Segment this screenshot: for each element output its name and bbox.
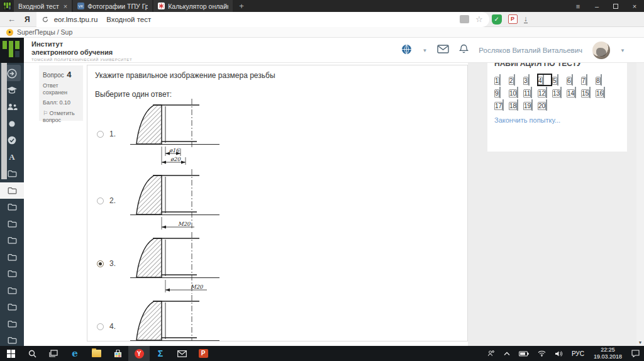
answer-option-3: 3.М20 xyxy=(97,232,460,295)
tab-calculator-online[interactable]: Калькулятор онлайн - Реш xyxy=(153,0,233,12)
tab-photos-tpu[interactable]: VK Фотографии ТПУ Группа 3 xyxy=(73,0,152,12)
vertical-scrollbar[interactable]: ▲ ▼ xyxy=(636,38,644,346)
quiz-nav-button-9[interactable]: 9 xyxy=(494,87,508,98)
bookmark-item[interactable]: SuperПерцы / Sup xyxy=(17,28,72,36)
flag-question-link[interactable]: ⚐ Отметить вопрос xyxy=(43,110,79,125)
search-icon[interactable] xyxy=(21,346,43,361)
powerpoint-icon[interactable]: P xyxy=(192,346,214,361)
dot-icon xyxy=(8,120,16,128)
tab-vkhodnoy-test[interactable]: Входной тест × xyxy=(14,0,72,12)
browser-tab-bar: Входной тест × VK Фотографии ТПУ Группа … xyxy=(0,0,644,12)
user-menu-caret-icon[interactable]: ▼ xyxy=(620,48,625,53)
svg-text:ø20: ø20 xyxy=(170,156,181,162)
finish-attempt-link[interactable]: Закончить попытку... xyxy=(494,116,560,124)
store-icon[interactable] xyxy=(107,346,128,361)
svg-text:М20: М20 xyxy=(178,221,191,227)
quiz-nav-button-10[interactable]: 10 xyxy=(509,87,523,98)
quiz-nav-button-1[interactable]: 1 xyxy=(494,74,508,86)
site-header: Институт электронного обучения ТОМСКИЙ П… xyxy=(0,38,644,63)
language-indicator[interactable]: РУС xyxy=(567,346,589,361)
clock-date: 19.03.2018 xyxy=(594,353,622,360)
quiz-nav-button-4[interactable]: 4 xyxy=(538,74,552,86)
flag-icon: ⚐ xyxy=(43,110,48,116)
back-button[interactable]: ← xyxy=(8,14,16,24)
option-radio-4[interactable] xyxy=(97,323,104,330)
language-globe-icon[interactable] xyxy=(401,44,412,57)
tpu-favicon-icon xyxy=(0,0,14,12)
sidebar-item-folder-9[interactable] xyxy=(0,216,24,232)
language-caret-icon[interactable]: ▼ xyxy=(422,48,427,53)
file-explorer-icon[interactable] xyxy=(86,346,107,361)
notifications-bell-icon[interactable] xyxy=(459,44,469,57)
user-name[interactable]: Росляков Виталий Витальевич xyxy=(479,47,582,54)
thread-drawing-image: М20 xyxy=(124,232,236,295)
quiz-nav-button-11[interactable]: 11 xyxy=(523,87,537,98)
quiz-nav-button-13[interactable]: 13 xyxy=(552,87,566,98)
protect-shield-icon[interactable]: ✓ xyxy=(492,14,502,25)
option-radio-3[interactable] xyxy=(97,260,104,267)
quiz-nav-button-17[interactable]: 17 xyxy=(494,99,508,111)
sidebar-item-folder-14[interactable] xyxy=(0,299,24,315)
messages-envelope-icon[interactable] xyxy=(437,45,449,56)
yandex-logo-icon[interactable]: Я xyxy=(25,15,30,24)
yandex-browser-taskbar-icon[interactable]: Y xyxy=(128,346,150,361)
window-restore-button[interactable] xyxy=(606,3,625,10)
bookmark-star-icon[interactable]: ☆ xyxy=(475,14,483,24)
quiz-nav-button-20[interactable]: 20 xyxy=(538,99,552,111)
window-close-button[interactable]: × xyxy=(625,3,644,10)
scrollbar-thumb[interactable] xyxy=(1,53,7,179)
edge-icon[interactable]: e xyxy=(64,346,86,361)
quiz-nav-button-7[interactable]: 7 xyxy=(581,74,595,86)
address-bar: ← Я eor.lms.tpu.ru Входной тест ☆ ✓ P ↓ xyxy=(0,12,644,27)
show-hidden-icons-chevron[interactable] xyxy=(499,346,514,361)
answer-prompt: Выберите один ответ: xyxy=(95,90,460,99)
answer-status: Ответ сохранен xyxy=(43,82,79,97)
option-radio-2[interactable] xyxy=(97,197,104,204)
option-radio-1[interactable] xyxy=(97,131,104,138)
wifi-icon[interactable] xyxy=(533,346,550,361)
scroll-down-icon[interactable]: ▼ xyxy=(636,340,644,345)
quiz-nav-button-19[interactable]: 19 xyxy=(523,99,537,111)
quiz-nav-button-18[interactable]: 18 xyxy=(509,99,523,111)
new-tab-button[interactable]: + xyxy=(233,0,250,12)
action-center-icon[interactable] xyxy=(627,346,644,361)
volume-icon[interactable] xyxy=(550,346,567,361)
sigma-app-icon[interactable]: Σ xyxy=(150,346,171,361)
tab-close-icon[interactable]: × xyxy=(64,3,67,10)
task-view-icon[interactable] xyxy=(43,346,64,361)
quiz-nav-button-3[interactable]: 3 xyxy=(523,74,537,86)
sidebar-item-folder-13[interactable] xyxy=(0,282,24,299)
url-text[interactable]: eor.lms.tpu.ru xyxy=(54,16,98,23)
start-button[interactable] xyxy=(0,346,21,361)
svg-text:VK: VK xyxy=(79,4,84,8)
sidebar-item-folder-8[interactable] xyxy=(0,199,24,215)
option-label: 3. xyxy=(109,259,118,268)
quiz-nav-button-5[interactable]: 5 xyxy=(552,74,566,86)
user-avatar[interactable] xyxy=(592,42,610,59)
quiz-nav-button-14[interactable]: 14 xyxy=(567,87,580,98)
sidebar-item-folder-10[interactable] xyxy=(0,232,24,248)
sidebar-item-folder-7[interactable] xyxy=(0,182,24,199)
download-icon[interactable]: ↓ xyxy=(524,16,528,23)
quiz-nav-button-12[interactable]: 12 xyxy=(538,87,552,98)
clock[interactable]: 22:25 19.03.2018 xyxy=(589,347,627,360)
sidebar-item-folder-12[interactable] xyxy=(0,265,24,282)
quiz-nav-button-16[interactable]: 16 xyxy=(596,87,609,98)
sidebar-item-folder-11[interactable] xyxy=(0,249,24,265)
quiz-nav-button-6[interactable]: 6 xyxy=(567,74,580,86)
quiz-nav-button-15[interactable]: 15 xyxy=(581,87,595,98)
quiz-nav-button-8[interactable]: 8 xyxy=(596,74,609,86)
graduation-cap-icon xyxy=(6,86,18,94)
quiz-nav-button-2[interactable]: 2 xyxy=(509,74,523,86)
office-extension-icon[interactable]: P xyxy=(508,14,518,24)
tpu-logo[interactable] xyxy=(0,38,24,63)
screenshot-extension-icon[interactable] xyxy=(460,15,469,23)
omnibox[interactable]: eor.lms.tpu.ru Входной тест ☆ xyxy=(36,12,489,27)
people-tray-icon[interactable] xyxy=(483,346,499,361)
sidebar-item-folder-15[interactable] xyxy=(0,316,24,332)
battery-icon[interactable] xyxy=(514,346,533,361)
mail-app-icon[interactable] xyxy=(171,346,192,361)
reload-icon[interactable] xyxy=(42,16,49,23)
browser-menu-icon[interactable]: ≡ xyxy=(569,3,587,10)
window-minimize-button[interactable]: – xyxy=(587,3,606,10)
